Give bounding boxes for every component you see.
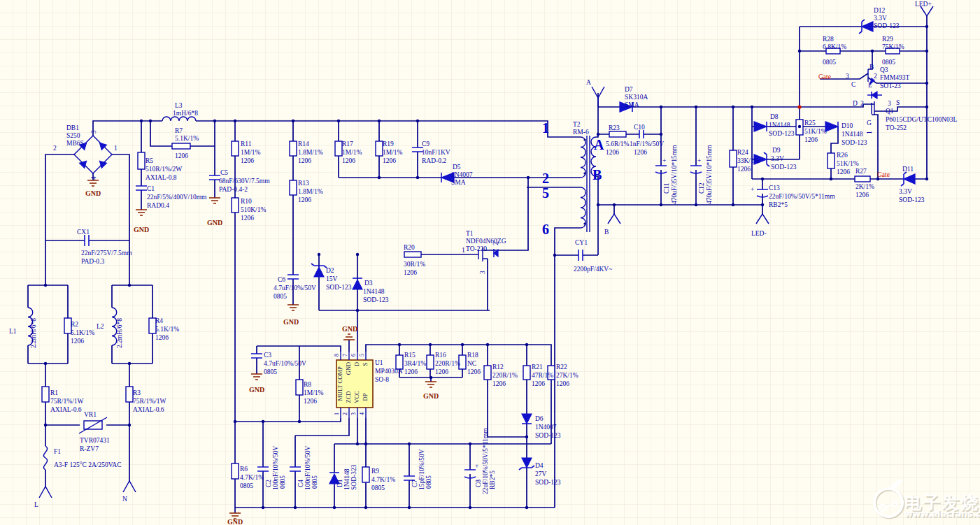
label-r2-val: 5.1K/1%: [71, 329, 94, 336]
resistor-R16: [427, 355, 434, 369]
label-db1-pin1: 1: [114, 145, 118, 152]
label-u1-val: MP4030A: [375, 368, 403, 375]
label-t1-pkg: TO-220: [466, 245, 487, 252]
resistor-R14: [290, 141, 297, 156]
label-c6-val: 4.7uF/10%/50V: [274, 285, 316, 292]
resistor-R7: [172, 143, 190, 149]
label-d2-pkg: SOD-123: [326, 284, 352, 291]
label-r23-ref: R23: [609, 124, 620, 131]
label-r19-val: 1M/1%: [383, 149, 403, 156]
label-t2-val: RM-6: [573, 129, 589, 136]
label-d12-ref: D12: [874, 7, 886, 14]
resistor-R9: [362, 467, 369, 482]
resistor-R20: [404, 252, 421, 257]
label-r11-val: 1M/1%: [241, 149, 261, 156]
label-c2-pkg: 0805: [279, 475, 286, 489]
label-l1-ref: L1: [9, 328, 17, 335]
label-t2-ref: T2: [573, 121, 581, 128]
label-c3-ref: C3: [264, 352, 271, 359]
label-d8-val: 1N4148: [769, 122, 790, 129]
label-q3-pe: E: [868, 82, 872, 89]
label-d5-val: 1N4007: [451, 171, 473, 178]
label-gnd-db1: GND: [85, 189, 101, 197]
label-r14-val: 1.8M/1%: [298, 149, 323, 156]
resistor-R21: [523, 366, 530, 380]
resistor-R27: [855, 176, 870, 182]
schematic-canvas: DB1S250MB6S2134GNDR5510R/1%/2WAXIAL-0.8C…: [0, 0, 980, 525]
label-db1-pin4: 4: [90, 176, 97, 180]
label-gnd-c1: GND: [134, 226, 149, 233]
label-q1-val: P6015CDG/UTC100N03L: [886, 116, 958, 123]
label-gnd-u1: GND: [342, 325, 357, 333]
label-r28-ref: R28: [823, 36, 834, 43]
label-d9-val: 3.3V: [771, 155, 784, 162]
label-r1-val: 75R/1%/1W: [50, 398, 84, 405]
label-d12-val: 3.3V: [874, 15, 887, 22]
label-q1-pkg: TO-252: [886, 124, 907, 131]
label-c12-plus: +: [697, 157, 701, 164]
label-r2-ref: R2: [71, 321, 78, 328]
label-d11-val: 3.3V: [899, 188, 912, 195]
label-r1-ref: R1: [50, 389, 58, 396]
label-d4-ref: D4: [535, 462, 544, 469]
label-r22-val: 27K/1%: [556, 372, 578, 379]
label-r23-val: 5.6R/1%: [606, 141, 630, 148]
label-f1-ref: F1: [54, 448, 61, 455]
label-u1-pn8: 8: [334, 354, 340, 357]
resistor-R15: [396, 355, 403, 369]
label-r11-pkg: 1206: [241, 157, 254, 164]
label-r7-val: 5.1K/1%: [175, 135, 199, 142]
label-term-b: B: [604, 229, 609, 236]
label-net-1: 1: [542, 120, 549, 136]
label-t1-pin1: 1: [462, 247, 465, 254]
label-d3-ref: D3: [364, 280, 373, 287]
label-r28-val: 6.8K/1%: [823, 43, 846, 50]
label-c7-val: 15pF/10%/50V: [418, 449, 425, 490]
label-d7-ref: D7: [625, 86, 633, 93]
label-r13-val: 1.8M/1%: [298, 188, 323, 195]
label-r15-ref: R15: [404, 352, 416, 359]
label-db1-pin2: 2: [53, 145, 57, 152]
label-r26-pkg: 1206: [837, 168, 850, 175]
label-r9-ref: R9: [371, 468, 379, 475]
label-r16-ref: R16: [435, 352, 446, 359]
label-r5-pkg: AXIAL-0.8: [145, 174, 177, 181]
label-c8-pkg: RB2*5: [489, 470, 496, 489]
label-net-gate1: Gate: [818, 73, 831, 80]
label-c11-ref: C11: [663, 182, 670, 194]
label-l3-ref: L3: [175, 102, 183, 109]
label-net-a: A: [594, 137, 604, 152]
label-q3-p2: 2: [874, 73, 877, 80]
label-d8-ref: D8: [770, 113, 779, 120]
label-d3-val: 1N4148: [363, 288, 385, 295]
label-r4-ref: R4: [155, 317, 163, 324]
label-net-b: B: [592, 167, 602, 182]
label-r10-val: 510K/1%: [241, 206, 267, 213]
label-cy1-ref: CY1: [575, 239, 588, 246]
resistor-R6: [232, 463, 239, 479]
label-l2-ref: L2: [97, 323, 104, 330]
label-r20-pkg: 1206: [404, 269, 417, 276]
label-c1-val: 22nF/5%/400V/10mm: [147, 194, 207, 201]
label-c5-val: 68nF/630V/7.5mm: [219, 178, 270, 185]
label-r12-pkg: 1206: [492, 380, 506, 387]
label-term-a: A: [586, 79, 591, 86]
label-q1-p1: 1: [866, 131, 873, 134]
label-d6-ref: D6: [535, 415, 544, 422]
label-l1-val: 2.2mH/6*8: [30, 318, 37, 348]
label-vr1-val: TVR07431: [80, 437, 110, 444]
label-u1-pn3: 3: [350, 412, 357, 415]
label-d9-ref: D9: [772, 147, 781, 154]
label-q3-pb: B: [869, 64, 874, 71]
label-q1-p3: 3: [888, 100, 891, 107]
label-q1-ps: S: [896, 99, 900, 106]
label-r21-val: 47R/1%: [532, 372, 553, 379]
label-r19-pkg: 1206: [383, 157, 396, 164]
label-c4-pkg: 0805: [311, 475, 318, 489]
label-c8-ref: C8: [475, 480, 482, 487]
label-r9-val: 4.7K/1%: [371, 476, 395, 483]
label-u1-pkg: SO-8: [375, 376, 389, 383]
label-term-led-minus: LED-: [751, 230, 767, 237]
label-r17-ref: R17: [342, 141, 353, 148]
label-d5-pkg: SMA: [451, 179, 466, 186]
